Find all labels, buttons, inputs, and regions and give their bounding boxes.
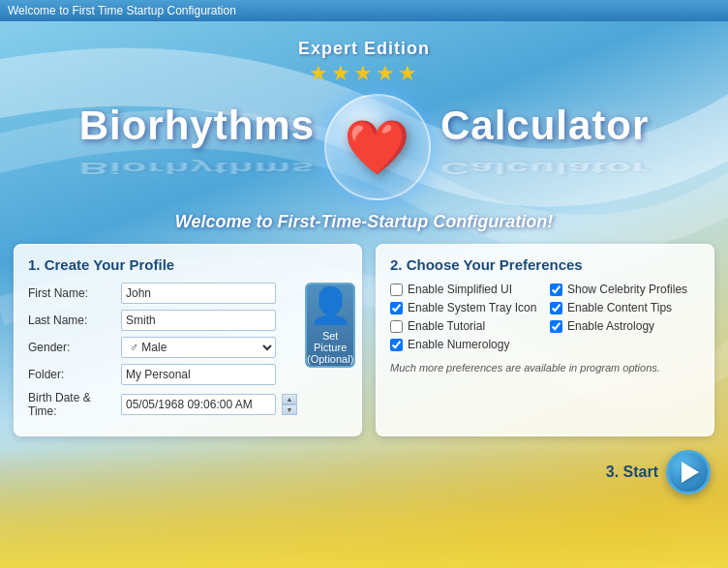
set-picture-button[interactable]: 👤 Set Picture(Optional) — [305, 283, 355, 368]
main-container: Expert Edition ★★★★★ Biorhythms Biorhyth… — [0, 21, 728, 568]
preferences-panel-title: 2. Choose Your Preferences — [390, 256, 700, 273]
pref-content-tips-label: Enable Content Tips — [567, 301, 672, 314]
start-section: 3. Start — [606, 450, 711, 494]
pref-astrology-label: Enable Astrology — [567, 319, 654, 333]
folder-label: Folder: — [28, 368, 115, 381]
logo-biorhythms-reflect: Biorhythms — [79, 159, 315, 177]
gender-select[interactable]: ♂ Male ♀ Female — [121, 337, 276, 358]
preferences-grid: Enable Simplified UI Show Celebrity Prof… — [390, 283, 700, 356]
preferences-note: Much more preferences are available in p… — [390, 362, 700, 374]
start-button[interactable] — [666, 450, 711, 494]
firstname-label: First Name: — [28, 286, 115, 300]
folder-input[interactable] — [121, 364, 276, 385]
spinner-down[interactable]: ▼ — [282, 404, 297, 415]
panels-row: 1. Create Your Profile First Name: Last … — [0, 232, 728, 444]
start-label: 3. Start — [606, 463, 658, 481]
header-section: Expert Edition ★★★★★ Biorhythms Biorhyth… — [0, 21, 728, 232]
folder-row: Folder: — [28, 364, 297, 385]
pref-system-tray-checkbox[interactable] — [390, 302, 403, 314]
pref-simplified-ui-label: Enable Simplified UI — [408, 283, 512, 296]
logo-biorhythms: Biorhythms — [79, 103, 315, 149]
logo-left: Biorhythms Biorhythms — [79, 103, 315, 192]
firstname-row: First Name: — [28, 283, 297, 304]
pref-content-tips: Enable Content Tips — [550, 301, 700, 314]
pref-tutorial: Enable Tutorial — [390, 319, 540, 333]
logo-calculator: Calculator — [440, 103, 649, 149]
heart-globe: ❤️ — [324, 94, 431, 200]
profile-panel: 1. Create Your Profile First Name: Last … — [14, 244, 362, 436]
birthdate-label: Birth Date & Time: — [28, 391, 115, 418]
logo-right: Calculator Calculator — [440, 103, 649, 192]
pref-celebrity-profiles-checkbox[interactable] — [550, 284, 562, 296]
pref-numerology-label: Enable Numerology — [408, 338, 509, 351]
pref-system-tray: Enable System Tray Icon — [390, 301, 540, 314]
logo-calculator-reflect: Calculator — [440, 159, 649, 177]
birthdate-spinner: ▲ ▼ — [282, 394, 297, 415]
gender-row: Gender: ♂ Male ♀ Female — [28, 337, 297, 358]
pref-celebrity-profiles: Show Celebrity Profiles — [550, 283, 700, 296]
preferences-panel: 2. Choose Your Preferences Enable Simpli… — [376, 244, 714, 436]
pref-numerology-checkbox[interactable] — [390, 339, 403, 351]
lastname-input[interactable] — [121, 310, 276, 331]
profile-form-area: First Name: Last Name: Gender: ♂ Male ♀ … — [28, 283, 348, 424]
pref-tutorial-label: Enable Tutorial — [408, 319, 485, 333]
pref-tutorial-checkbox[interactable] — [390, 320, 403, 333]
pref-numerology: Enable Numerology — [390, 338, 540, 351]
profile-panel-title: 1. Create Your Profile — [28, 256, 348, 273]
lastname-row: Last Name: — [28, 310, 297, 331]
pref-simplified-ui: Enable Simplified UI — [390, 283, 540, 296]
birthdate-row: Birth Date & Time: ▲ ▼ — [28, 391, 297, 418]
title-bar: Welcome to First Time Startup Configurat… — [0, 0, 728, 21]
heart-icon: ❤️ — [344, 116, 410, 179]
lastname-label: Last Name: — [28, 314, 115, 327]
pref-celebrity-profiles-label: Show Celebrity Profiles — [567, 283, 687, 296]
pref-simplified-ui-checkbox[interactable] — [390, 284, 403, 296]
firstname-input[interactable] — [121, 283, 276, 304]
spinner-up[interactable]: ▲ — [282, 394, 297, 404]
avatar-icon: 👤 — [309, 285, 352, 326]
pref-astrology-checkbox[interactable] — [550, 320, 562, 333]
title-bar-text: Welcome to First Time Startup Configurat… — [8, 4, 236, 17]
gender-label: Gender: — [28, 341, 115, 354]
edition-label: Expert Edition — [0, 39, 728, 59]
pref-content-tips-checkbox[interactable] — [550, 302, 562, 314]
welcome-text: Welcome to First-Time-Startup Configurat… — [0, 212, 728, 232]
bottom-bar: 3. Start — [0, 444, 728, 500]
pref-astrology: Enable Astrology — [550, 319, 700, 333]
pref-system-tray-label: Enable System Tray Icon — [408, 301, 536, 314]
profile-form-fields: First Name: Last Name: Gender: ♂ Male ♀ … — [28, 283, 297, 424]
set-picture-label: Set Picture(Optional) — [307, 330, 353, 365]
birthdate-input[interactable] — [121, 394, 276, 415]
logo-row: Biorhythms Biorhythms ❤️ Calculator Calc… — [0, 94, 728, 200]
play-arrow-icon — [682, 462, 699, 483]
stars-rating: ★★★★★ — [0, 61, 728, 86]
